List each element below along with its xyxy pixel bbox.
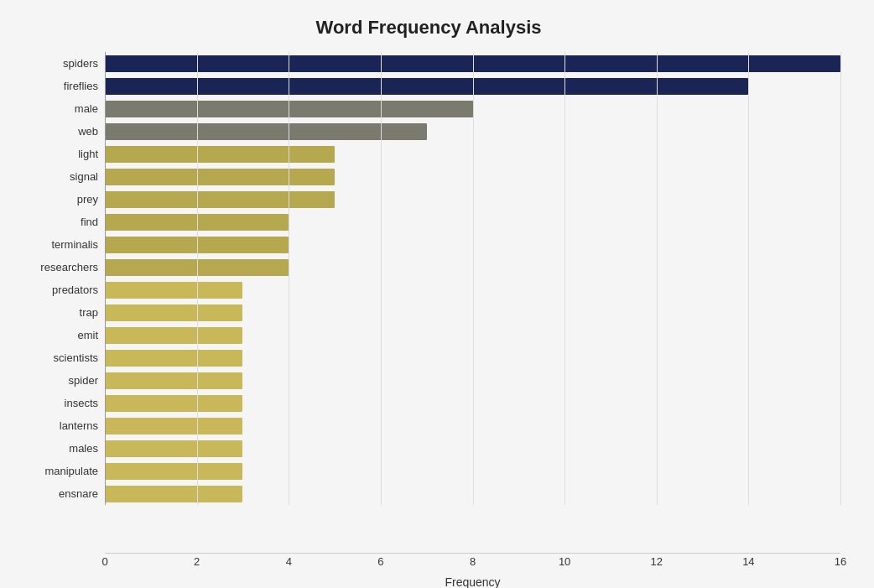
bar-row <box>105 414 840 437</box>
bar-predators <box>105 282 242 299</box>
y-label-male: male <box>75 97 98 120</box>
y-label-signal: signal <box>70 165 98 188</box>
y-label-spiders: spiders <box>63 52 98 75</box>
bar-row <box>105 460 840 482</box>
bar-lanterns <box>105 418 242 434</box>
bar-insects <box>105 395 242 412</box>
y-label-lanterns: lanterns <box>60 414 98 437</box>
bar-manipulate <box>105 463 242 480</box>
y-label-manipulate: manipulate <box>44 460 98 482</box>
bar-terminalis <box>105 237 289 253</box>
y-label-web: web <box>78 120 98 143</box>
bar-row <box>105 188 840 211</box>
y-axis: spidersfirefliesmaleweblightsignalpreyfi… <box>17 52 105 547</box>
bar-scientists <box>105 350 242 367</box>
bar-web <box>105 123 427 140</box>
x-axis-line <box>105 553 840 554</box>
bar-row <box>105 392 840 414</box>
x-tick: 16 <box>835 555 846 568</box>
chart-container: Word Frequency Analysis spidersfireflies… <box>0 0 874 588</box>
x-tick: 4 <box>286 555 292 568</box>
y-label-prey: prey <box>77 188 98 211</box>
y-label-find: find <box>81 211 98 233</box>
bar-row <box>105 52 840 75</box>
bar-prey <box>105 191 335 208</box>
x-tick: 6 <box>377 555 383 568</box>
bar-row <box>105 233 840 256</box>
bar-row <box>105 278 840 301</box>
x-tick: 2 <box>194 555 200 568</box>
bar-row <box>105 346 840 369</box>
x-tick: 0 <box>101 555 107 568</box>
bar-row <box>105 120 840 143</box>
bar-males <box>105 440 242 457</box>
bar-light <box>105 146 335 163</box>
y-label-researchers: researchers <box>40 256 98 278</box>
x-tick: 12 <box>651 555 663 568</box>
bar-emit <box>105 327 242 344</box>
bar-signal <box>105 169 335 185</box>
bar-row <box>105 437 840 460</box>
bar-find <box>105 214 289 231</box>
bar-ensnare <box>105 486 242 502</box>
y-label-fireflies: fireflies <box>64 75 98 97</box>
x-axis-label: Frequency <box>445 575 500 588</box>
y-label-ensnare: ensnare <box>59 482 98 505</box>
bar-row <box>105 256 840 278</box>
x-tick: 10 <box>559 555 570 568</box>
chart-title: Word Frequency Analysis <box>17 17 840 39</box>
y-label-emit: emit <box>77 324 98 346</box>
x-axis: 0246810121416 Frequency <box>105 553 840 588</box>
bar-row <box>105 165 840 188</box>
chart-area: spidersfirefliesmaleweblightsignalpreyfi… <box>17 52 840 547</box>
y-label-males: males <box>69 437 98 460</box>
x-tick: 8 <box>470 555 476 568</box>
bar-spider <box>105 372 242 389</box>
bar-row <box>105 143 840 165</box>
bar-researchers <box>105 259 289 276</box>
y-label-light: light <box>78 143 98 165</box>
bar-row <box>105 324 840 346</box>
bar-row <box>105 482 840 505</box>
bar-male <box>105 101 473 117</box>
x-ticks: 0246810121416 <box>105 555 840 572</box>
y-label-predators: predators <box>52 278 98 301</box>
bar-row <box>105 97 840 120</box>
y-label-scientists: scientists <box>54 346 98 369</box>
bars-wrapper <box>105 52 840 505</box>
y-label-spider: spider <box>69 369 98 392</box>
bar-spiders <box>105 55 840 72</box>
bar-row <box>105 75 840 97</box>
bar-fireflies <box>105 78 748 95</box>
bar-trap <box>105 304 242 321</box>
grid-line <box>840 52 841 505</box>
y-label-insects: insects <box>65 392 98 414</box>
x-tick: 14 <box>742 555 754 568</box>
bars-and-grid: 0246810121416 Frequency <box>105 52 840 547</box>
bar-row <box>105 369 840 392</box>
y-label-terminalis: terminalis <box>51 233 98 256</box>
bar-row <box>105 211 840 233</box>
bar-row <box>105 301 840 324</box>
y-label-trap: trap <box>80 301 98 324</box>
